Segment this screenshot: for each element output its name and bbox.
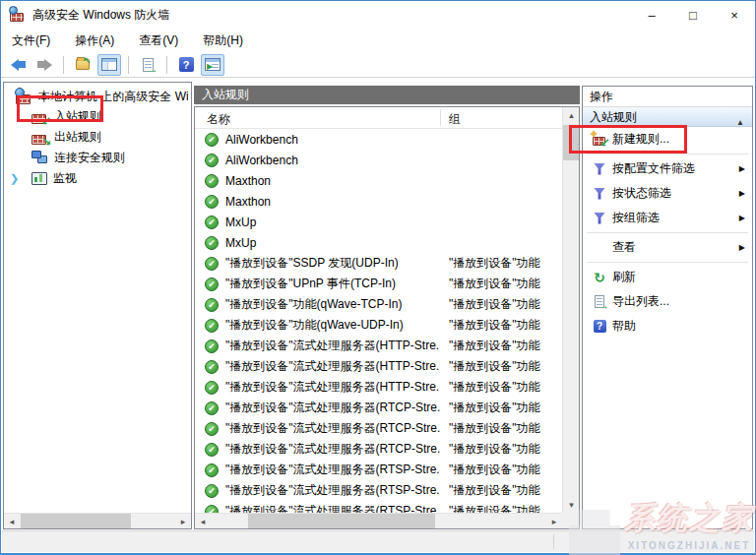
export-list-icon[interactable]: → — [136, 54, 159, 76]
column-separator[interactable] — [440, 109, 441, 126]
list-horizontal-scrollbar[interactable]: ◂ ▸ — [195, 513, 562, 528]
title-bar: 高级安全 Windows 防火墙 – □ × — [1, 1, 755, 29]
sidebar-item-connection-security[interactable]: 连接安全规则 — [4, 148, 191, 168]
outbound-rules-icon: ↘ — [32, 130, 48, 146]
column-header-name[interactable]: 名称 — [207, 111, 230, 128]
table-row[interactable]: ✔ "播放到设备"UPnP 事件(TCP-In) "播放到设备"功能 — [195, 274, 562, 294]
table-row[interactable]: ✔ AliWorkbench — [195, 129, 562, 150]
console-tree-panel: 本地计算机 上的高级安全 Windows 防火墙 ↙ 入站规则 ↘ 出站规则 连… — [3, 82, 192, 529]
table-row[interactable]: ✔ "播放到设备"流式处理服务器(RTSP-Stre... "播放到设备"功能 — [195, 460, 562, 480]
minimize-button[interactable]: – — [631, 1, 672, 29]
tree-horizontal-scrollbar[interactable]: ◂ ▸ — [4, 513, 191, 528]
up-level-icon[interactable]: ↖ — [71, 54, 94, 76]
rules-list-panel: 入站规则 名称 组 ˆ ✔ AliWorkbench ✔ AliWorkbenc… — [194, 82, 580, 529]
status-bar — [2, 530, 754, 552]
action-help[interactable]: ? 帮助 — [583, 314, 752, 339]
chevron-right-icon[interactable]: ❯ — [10, 172, 19, 185]
table-row[interactable]: ✔ "播放到设备"功能(qWave-TCP-In) "播放到设备"功能 — [195, 294, 562, 315]
console-tree-toggle-icon[interactable] — [97, 54, 121, 76]
maximize-button[interactable]: □ — [672, 1, 714, 29]
back-icon[interactable] — [6, 54, 30, 76]
scroll-up-icon[interactable]: ▴ — [563, 107, 580, 123]
action-filter-by-profile[interactable]: 按配置文件筛选 ▶ — [583, 156, 752, 181]
rule-name: "播放到设备"UPnP 事件(TCP-In) — [225, 276, 440, 292]
action-filter-by-state[interactable]: 按状态筛选 ▶ — [583, 181, 752, 206]
column-header-group[interactable]: 组 — [449, 111, 461, 128]
table-row[interactable]: ✔ "播放到设备"流式处理服务器(RTSP-Stre... "播放到设备"功能 — [195, 480, 562, 501]
rule-enabled-check-icon: ✔ — [205, 401, 219, 415]
scroll-right-icon[interactable]: ▸ — [546, 514, 562, 529]
rule-group: "播放到设备"功能 — [449, 276, 540, 292]
rule-name: "播放到设备"流式处理服务器(HTTP-Stre... — [225, 379, 440, 396]
rule-enabled-check-icon: ✔ — [205, 298, 219, 312]
menu-action[interactable]: 操作(A) — [72, 31, 117, 51]
rules-rows: ✔ AliWorkbench ✔ AliWorkbench ✔ Maxthon … — [195, 129, 562, 513]
list-vertical-scrollbar[interactable]: ▴ ▾ — [562, 107, 579, 513]
rule-name: AliWorkbench — [225, 154, 440, 167]
rule-group: "播放到设备"功能 — [449, 420, 540, 437]
list-panel-title: 入站规则 — [194, 86, 580, 104]
connection-security-icon — [32, 151, 48, 165]
rule-group: "播放到设备"功能 — [449, 441, 540, 458]
rule-enabled-check-icon: ✔ — [205, 195, 219, 209]
action-refresh[interactable]: ↻ 刷新 — [583, 265, 752, 289]
table-row[interactable]: ✔ "播放到设备"流式处理服务器(RTSP-Stre... "播放到设备"功能 — [195, 501, 562, 513]
rule-name: "播放到设备"流式处理服务器(HTTP-Stre... — [225, 358, 440, 375]
rule-name: "播放到设备"流式处理服务器(HTTP-Stre... — [225, 338, 440, 354]
menu-file[interactable]: 文件(F) — [9, 31, 53, 51]
table-row[interactable]: ✔ "播放到设备"SSDP 发现(UDP-In) "播放到设备"功能 — [195, 253, 562, 274]
rule-enabled-check-icon: ✔ — [205, 339, 219, 353]
rule-group: "播放到设备"功能 — [449, 482, 540, 499]
rules-list-body: 名称 组 ˆ ✔ AliWorkbench ✔ AliWorkbench ✔ — [194, 106, 580, 529]
table-row[interactable]: ✔ Maxthon — [195, 191, 562, 212]
table-row[interactable]: ✔ Maxthon — [195, 170, 562, 191]
rule-group: "播放到设备"功能 — [449, 503, 540, 513]
scroll-right-icon[interactable]: ▸ — [175, 514, 191, 529]
actions-separator — [587, 154, 748, 154]
submenu-arrow-icon: ▶ — [739, 214, 745, 222]
rule-enabled-check-icon: ✔ — [205, 236, 219, 250]
menu-view[interactable]: 查看(V) — [136, 31, 181, 51]
menu-bar: 文件(F) 操作(A) 查看(V) 帮助(H) — [1, 29, 755, 52]
submenu-arrow-icon: ▶ — [739, 189, 745, 198]
table-row[interactable]: ✔ "播放到设备"流式处理服务器(HTTP-Stre... "播放到设备"功能 — [195, 336, 562, 356]
rule-name: MxUp — [225, 216, 440, 229]
table-row[interactable]: ✔ MxUp — [195, 212, 562, 232]
forward-icon[interactable] — [32, 54, 56, 76]
submenu-arrow-icon: ▶ — [739, 243, 745, 252]
actions-separator — [587, 232, 748, 233]
rule-name: "播放到设备"流式处理服务器(RTSP-Stre... — [225, 503, 440, 513]
action-pane-toggle-icon[interactable]: ▶ — [201, 54, 224, 76]
scrollbar-thumb[interactable] — [21, 514, 131, 529]
table-row[interactable]: ✔ "播放到设备"流式处理服务器(RTCP-Stre... "播放到设备"功能 — [195, 418, 562, 439]
rule-enabled-check-icon: ✔ — [205, 174, 219, 188]
action-filter-by-group[interactable]: 按组筛选 ▶ — [583, 206, 752, 230]
table-row[interactable]: ✔ "播放到设备"流式处理服务器(HTTP-Stre... "播放到设备"功能 — [195, 356, 562, 377]
help-icon: ? — [594, 320, 606, 333]
sidebar-item-monitoring[interactable]: ❯ 监视 — [4, 168, 191, 189]
rule-enabled-check-icon: ✔ — [205, 422, 219, 436]
close-button[interactable]: × — [714, 1, 755, 29]
action-view[interactable]: 查看 ▶ — [583, 235, 752, 260]
table-row[interactable]: ✔ MxUp — [195, 232, 562, 253]
rule-enabled-check-icon: ✔ — [205, 154, 219, 167]
table-row[interactable]: ✔ "播放到设备"流式处理服务器(RTCP-Stre... "播放到设备"功能 — [195, 439, 562, 460]
action-export-list[interactable]: → 导出列表... — [583, 289, 752, 314]
rule-name: Maxthon — [225, 195, 440, 209]
scroll-left-icon[interactable]: ◂ — [195, 514, 211, 529]
help-icon[interactable]: ? — [174, 54, 198, 76]
table-row[interactable]: ✔ AliWorkbench — [195, 150, 562, 170]
rule-group: "播放到设备"功能 — [449, 400, 540, 416]
menu-help[interactable]: 帮助(H) — [200, 31, 246, 51]
table-row[interactable]: ✔ "播放到设备"功能(qWave-UDP-In) "播放到设备"功能 — [195, 315, 562, 336]
scroll-down-icon[interactable]: ▾ — [563, 497, 580, 513]
rule-group: "播放到设备"功能 — [449, 379, 540, 396]
rule-enabled-check-icon: ✔ — [205, 505, 219, 514]
rule-enabled-check-icon: ✔ — [205, 381, 219, 395]
sidebar-item-outbound-rules[interactable]: ↘ 出站规则 — [4, 127, 191, 148]
table-row[interactable]: ✔ "播放到设备"流式处理服务器(RTCP-Stre... "播放到设备"功能 — [195, 398, 562, 418]
scrollbar-thumb[interactable] — [248, 514, 435, 529]
scroll-left-icon[interactable]: ◂ — [4, 514, 20, 529]
table-row[interactable]: ✔ "播放到设备"流式处理服务器(HTTP-Stre... "播放到设备"功能 — [195, 377, 562, 398]
actions-section-inbound-rules[interactable]: 入站规则 ▲ — [583, 107, 752, 127]
